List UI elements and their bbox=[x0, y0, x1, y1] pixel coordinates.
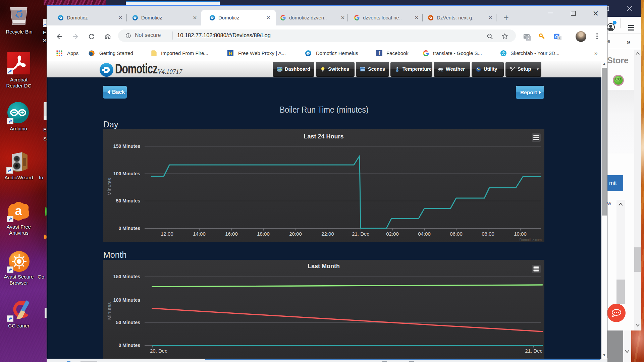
svg-text:16:00: 16:00 bbox=[225, 231, 238, 237]
svg-text:100 Minutes: 100 Minutes bbox=[113, 171, 140, 176]
svg-text:21. Dec: 21. Dec bbox=[352, 231, 369, 237]
svg-text:06:00: 06:00 bbox=[450, 231, 463, 237]
svg-text:50 Minutes: 50 Minutes bbox=[116, 320, 141, 325]
svg-text:14:00: 14:00 bbox=[193, 231, 206, 237]
svg-text:02:00: 02:00 bbox=[386, 231, 399, 237]
svg-text:21. Dec: 21. Dec bbox=[525, 348, 542, 354]
svg-text:10:00: 10:00 bbox=[514, 231, 527, 237]
svg-text:100 Minutes: 100 Minutes bbox=[113, 297, 140, 303]
svg-text:150 Minutes: 150 Minutes bbox=[113, 274, 140, 279]
svg-text:a: a bbox=[15, 204, 22, 218]
svg-text:Minutes: Minutes bbox=[106, 302, 112, 320]
svg-text:Domoticz.com: Domoticz.com bbox=[519, 238, 542, 242]
svg-text:20. Dec: 20. Dec bbox=[150, 348, 167, 354]
svg-text:08:00: 08:00 bbox=[482, 231, 494, 237]
svg-text:18:00: 18:00 bbox=[257, 231, 270, 237]
svg-text:150 Minutes: 150 Minutes bbox=[113, 143, 140, 149]
svg-text:50 Minutes: 50 Minutes bbox=[116, 198, 141, 203]
svg-text:0 Minutes: 0 Minutes bbox=[118, 343, 140, 348]
svg-text:22:00: 22:00 bbox=[321, 231, 334, 237]
svg-text:20:00: 20:00 bbox=[289, 231, 302, 237]
svg-text:Minutes: Minutes bbox=[106, 178, 112, 196]
svg-text:12:00: 12:00 bbox=[161, 231, 173, 237]
svg-text:0 Minutes: 0 Minutes bbox=[118, 226, 140, 231]
svg-text:04:00: 04:00 bbox=[418, 231, 431, 237]
